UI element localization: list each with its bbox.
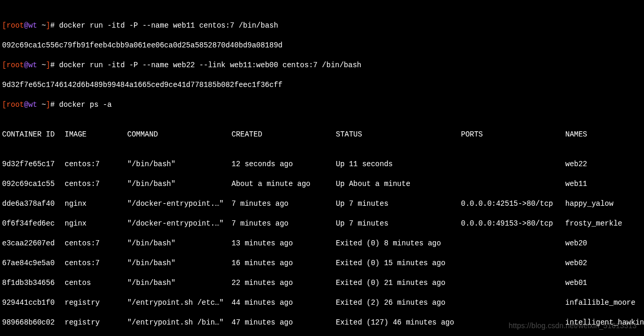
table-row: 8f1db3b34656centos"/bin/bash"22 minutes …	[2, 278, 642, 288]
col-status: STATUS	[336, 130, 461, 140]
col-created: CREATED	[232, 130, 336, 140]
table-row: 0f6f34fed6ecnginx"/docker-entrypoint.…"7…	[2, 219, 642, 229]
table-row: 9d32f7e65c17centos:7"/bin/bash"12 second…	[2, 159, 642, 169]
prompt-hash: #	[50, 21, 59, 30]
table-header: CONTAINER IDIMAGECOMMANDCREATEDSTATUSPOR…	[2, 130, 642, 140]
table-row: dde6a378af40nginx"/docker-entrypoint.…"7…	[2, 199, 642, 209]
prompt-user: root	[6, 21, 24, 30]
table-row: 092c69ca1c55centos:7"/bin/bash"About a m…	[2, 179, 642, 189]
command-3: docker ps -a	[59, 101, 112, 109]
prompt-path: ~	[37, 21, 46, 30]
col-image: IMAGE	[65, 130, 127, 140]
table-row: 67ae84c9e5a0centos:7"/bin/bash"16 minute…	[2, 258, 642, 268]
col-container-id: CONTAINER ID	[2, 130, 65, 140]
table-row: e3caa22607edcentos:7"/bin/bash"13 minute…	[2, 239, 642, 248]
prompt-line-2: [root@wt ~]# docker run -itd -P --name w…	[2, 60, 642, 70]
prompt-line-3: [root@wt ~]# docker ps -a	[2, 100, 642, 110]
col-ports: PORTS	[461, 130, 565, 140]
col-names: NAMES	[565, 130, 587, 140]
prompt-host: wt	[28, 21, 37, 30]
prompt-line-1: [root@wt ~]# docker run -itd -P --name w…	[2, 21, 642, 31]
table-row: 929441ccb1f0registry"/entrypoint.sh /etc…	[2, 298, 642, 308]
command-1: docker run -itd -P --name web11 centos:7…	[59, 21, 278, 30]
output-1: 092c69ca1c556c79fb91feeb4cbb9a061ee06ca0…	[2, 41, 642, 51]
terminal[interactable]: [root@wt ~]# docker run -itd -P --name w…	[0, 0, 644, 336]
command-2: docker run -itd -P --name web22 --link w…	[59, 61, 361, 69]
output-2: 9d32f7e65c1746142d6b489b99484a1665ced9ce…	[2, 80, 642, 90]
watermark: https://blog.csdn.net/weixin_51613313	[508, 321, 637, 331]
col-command: COMMAND	[127, 130, 232, 140]
